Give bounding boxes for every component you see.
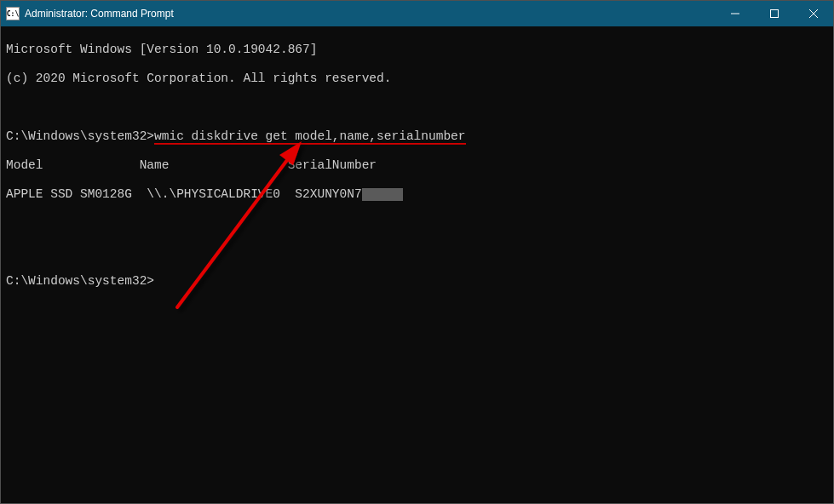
prompt-path: C:\Windows\system32> (6, 129, 154, 143)
command-text: wmic diskdrive get model,name,serialnumb… (154, 129, 465, 144)
table-row-line: APPLE SSD SM0128G \\.\PHYSICALDRIVE0 S2X… (6, 187, 828, 202)
titlebar[interactable]: C:\ Administrator: Command Prompt (1, 1, 833, 26)
redacted-serial-portion (362, 188, 403, 201)
window-title: Administrator: Command Prompt (25, 8, 716, 20)
terminal-content[interactable]: Microsoft Windows [Version 10.0.19042.86… (1, 26, 833, 503)
window-controls (716, 1, 833, 26)
close-button[interactable] (794, 1, 833, 26)
version-line: Microsoft Windows [Version 10.0.19042.86… (6, 43, 828, 57)
blank-line (6, 100, 828, 115)
table-row-visible: APPLE SSD SM0128G \\.\PHYSICALDRIVE0 S2X… (6, 187, 362, 201)
prompt-path: C:\Windows\system32> (6, 274, 154, 288)
command-prompt-window: C:\ Administrator: Command Prompt (0, 0, 834, 504)
app-icon-label: C:\ (7, 10, 19, 18)
minimize-button[interactable] (716, 1, 755, 26)
app-icon: C:\ (6, 7, 20, 20)
minimize-icon (731, 9, 739, 18)
command-line-1: C:\Windows\system32>wmic diskdrive get m… (6, 129, 828, 144)
red-underline-annotation (154, 143, 465, 145)
command-line-2: C:\Windows\system32> (6, 274, 828, 289)
copyright-line: (c) 2020 Microsoft Corporation. All righ… (6, 72, 828, 86)
table-header-line: Model Name SerialNumber (6, 158, 828, 173)
close-icon (809, 9, 818, 18)
blank-line (6, 216, 828, 231)
blank-line (6, 245, 828, 260)
maximize-button[interactable] (755, 1, 794, 26)
maximize-icon (770, 9, 779, 18)
svg-rect-1 (771, 10, 779, 18)
command-typed: wmic diskdrive get model,name,serialnumb… (154, 129, 465, 143)
